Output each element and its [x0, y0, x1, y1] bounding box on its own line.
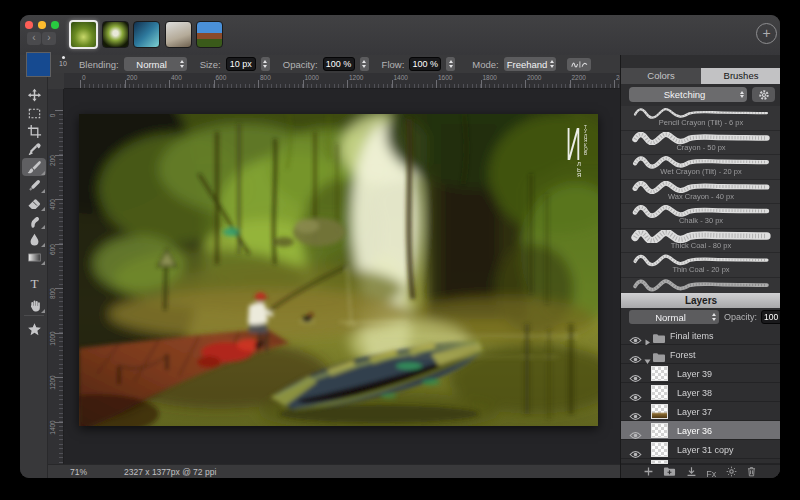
layer-thumbnail[interactable]: [651, 423, 668, 438]
layer-row-layer-37[interactable]: Layer 37: [621, 402, 780, 421]
move-tool[interactable]: [22, 86, 46, 104]
document-tab-forest-painting[interactable]: [69, 20, 98, 49]
layer-row-forest[interactable]: Forest: [621, 345, 780, 364]
layer-row-layer-39[interactable]: Layer 39: [621, 364, 780, 383]
layer-blend-mode-dropdown[interactable]: Normal: [629, 310, 719, 324]
flow-stepper[interactable]: [446, 57, 455, 71]
canvas-area[interactable]: И ТУЛЯКОВ ЛЬЯ: [64, 89, 620, 464]
ruler-label: 600: [49, 241, 56, 257]
layer-name: Layer 39: [677, 369, 712, 379]
opacity-stepper[interactable]: [360, 57, 369, 71]
blending-dropdown[interactable]: Normal: [124, 57, 187, 71]
forward-button[interactable]: ›: [42, 32, 56, 45]
minimize-window-button[interactable]: [38, 21, 46, 29]
layer-row-layer-38[interactable]: Layer 38: [621, 383, 780, 402]
smudge-tool-icon: [27, 214, 42, 229]
hand-tool[interactable]: [22, 296, 46, 314]
size-input[interactable]: 10 px: [226, 57, 256, 71]
layer-row-layer-36[interactable]: Layer 36: [621, 421, 780, 440]
ruler-label: 2000: [527, 74, 541, 81]
svg-text:T: T: [30, 276, 38, 291]
ruler-tick: [614, 80, 615, 88]
artwork-canvas[interactable]: И ТУЛЯКОВ ЛЬЯ: [79, 114, 598, 426]
zoom-window-button[interactable]: [51, 21, 59, 29]
add-layer-button[interactable]: [643, 463, 654, 479]
layer-blend-value: Normal: [629, 312, 712, 323]
brush-item[interactable]: Pencil Crayon (Tilt) - 6 px: [621, 106, 780, 131]
brush-item[interactable]: Crayon - 50 px: [621, 131, 780, 156]
layer-opacity-input[interactable]: 100 %: [761, 310, 780, 324]
size-stepper[interactable]: [261, 57, 270, 71]
brush-settings-button[interactable]: [752, 87, 775, 102]
crop-tool[interactable]: [22, 122, 46, 140]
ruler-tick: [125, 80, 126, 88]
layer-effects-icon: Fx: [706, 469, 716, 479]
star-shape-tool[interactable]: [22, 320, 46, 338]
flyout-arrow-icon: [41, 207, 45, 211]
brush-list: Pencil Crayon (Tilt) - 6 pxCrayon - 50 p…: [621, 106, 780, 293]
document-tab-blue-cave[interactable]: [133, 21, 160, 48]
brush-item[interactable]: Thick Coal - 80 px: [621, 229, 780, 254]
marquee-select-tool[interactable]: [22, 104, 46, 122]
brush-set-dropdown[interactable]: Sketching: [629, 87, 747, 102]
marker-tool[interactable]: [22, 176, 46, 194]
brush-item[interactable]: Chalk - 30 px: [621, 204, 780, 229]
ruler-label: 1200: [49, 375, 56, 391]
ruler-label: 600: [216, 74, 227, 81]
water-drop-tool[interactable]: [22, 230, 46, 248]
layer-effects-button[interactable]: Fx: [706, 463, 716, 479]
layer-thumbnail-content: [652, 412, 667, 417]
layer-row-final-items[interactable]: Final items: [621, 326, 780, 345]
ruler-label: 1800: [483, 74, 497, 81]
flow-input[interactable]: 100 %: [409, 57, 441, 71]
delete-layer-button[interactable]: [746, 463, 757, 479]
eyedropper-tool-icon: [27, 142, 42, 157]
ruler-tick: [55, 110, 63, 111]
document-tab-landscape[interactable]: [196, 21, 223, 48]
foreground-color-swatch[interactable]: [26, 52, 51, 77]
document-tab-cat[interactable]: [165, 21, 192, 48]
text-tool-icon: T: [27, 276, 42, 291]
layer-row-layer-31-copy[interactable]: Layer 31 copy: [621, 440, 780, 459]
ruler-label: 400: [49, 197, 56, 213]
back-button[interactable]: ‹: [27, 32, 41, 45]
add-document-button[interactable]: +: [756, 23, 777, 44]
text-tool[interactable]: T: [22, 274, 46, 292]
layer-thumbnail[interactable]: [651, 366, 668, 381]
tools-sidebar: T: [20, 73, 48, 478]
tab-colors[interactable]: Colors: [621, 68, 701, 84]
star-icon: [27, 322, 42, 337]
layer-name: Layer 38: [677, 388, 712, 398]
mode-value: Freehand: [504, 59, 551, 70]
document-tab-orchid-flower[interactable]: [102, 21, 129, 48]
ruler-label: 200: [49, 152, 56, 168]
smudge-tool[interactable]: [22, 212, 46, 230]
brush-size-preview: 10: [54, 55, 72, 72]
brush-item-partial[interactable]: [621, 278, 780, 294]
stroke-mode-dropdown[interactable]: Freehand: [504, 57, 556, 71]
layer-thumbnail[interactable]: [651, 442, 668, 457]
ruler-tick: [481, 80, 482, 88]
close-window-button[interactable]: [25, 21, 33, 29]
adjustments-button[interactable]: [726, 463, 737, 479]
eyedropper-tool[interactable]: [22, 140, 46, 158]
marker-tool-icon: [27, 178, 42, 193]
ruler-label: 2200: [572, 74, 586, 81]
import-layer-button[interactable]: [686, 463, 697, 479]
brush-item[interactable]: Thin Coal - 20 px: [621, 253, 780, 278]
brush-tool[interactable]: [22, 158, 46, 176]
gradient-tool[interactable]: [22, 248, 46, 266]
tab-brushes[interactable]: Brushes: [701, 68, 780, 84]
ruler-label: 400: [171, 74, 182, 81]
layer-thumbnail[interactable]: [651, 385, 668, 400]
layer-thumbnail[interactable]: [651, 404, 668, 419]
stabilizer-squiggle-icon: [570, 59, 588, 70]
chevron-up-down-icon: [740, 91, 744, 99]
eraser-tool[interactable]: [22, 194, 46, 212]
brush-item[interactable]: Wet Crayon (Tilt) - 20 px: [621, 155, 780, 180]
new-group-button[interactable]: [663, 463, 676, 479]
stroke-stabilizer-button[interactable]: [567, 58, 591, 71]
opacity-input[interactable]: 100 %: [323, 57, 355, 71]
brush-item[interactable]: Wax Crayon - 40 px: [621, 180, 780, 205]
delete-layer-icon: [746, 466, 757, 477]
